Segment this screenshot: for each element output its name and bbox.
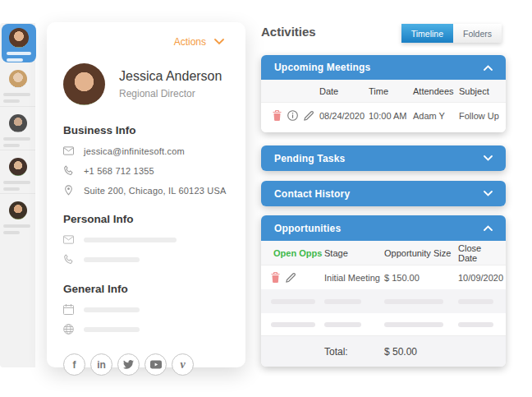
chevron-down-icon (484, 155, 493, 161)
globe-icon (63, 324, 74, 335)
activities-tabs: Timeline Folders (401, 24, 502, 43)
contact-history-label: Contact History (274, 188, 350, 200)
contact-list-item-selected[interactable] (2, 24, 36, 62)
activities-title: Activities (261, 25, 316, 39)
opportunities-total-row: Total: $ 50.00 (261, 335, 506, 367)
vimeo-icon[interactable]: v (172, 353, 194, 376)
total-label: Total: (324, 346, 384, 358)
opportunity-row-placeholder (261, 313, 506, 335)
twitter-bird (123, 360, 134, 369)
facebook-icon[interactable]: f (63, 353, 85, 376)
delete-icon[interactable] (271, 272, 280, 283)
email-icon (63, 145, 74, 156)
contact-profile-card: Actions Jessica Anderson Regional Direct… (47, 22, 245, 367)
contact-list-item[interactable] (0, 62, 35, 106)
actions-button[interactable]: Actions (174, 36, 224, 48)
location-pin-icon (63, 185, 74, 196)
col-open-opps: Open Opps (261, 248, 324, 258)
value-placeholder-bar (84, 238, 177, 242)
cell-stage: Initial Meeting (324, 273, 384, 283)
contact-list-item[interactable] (0, 106, 35, 150)
opportunities-header[interactable]: Opportunities (261, 215, 506, 241)
edit-pencil-icon[interactable] (304, 110, 314, 121)
value-placeholder-bar (84, 257, 140, 262)
edit-pencil-icon[interactable] (286, 272, 296, 283)
delete-icon[interactable] (273, 110, 282, 121)
name-placeholder-bar (3, 224, 30, 228)
name-placeholder-bar (3, 93, 30, 96)
phone-icon (63, 165, 74, 176)
contact-avatar (63, 63, 105, 105)
contact-list-item[interactable] (0, 193, 35, 237)
upcoming-meetings-panel: Upcoming Meetings Date Time Attendees Su… (261, 55, 506, 132)
avatar (9, 114, 27, 132)
name-placeholder-bar (7, 52, 31, 55)
contact-list-item[interactable] (0, 150, 35, 193)
placeholder-bar (384, 299, 443, 304)
contact-list-sidebar (0, 23, 35, 367)
contact-phone: +1 568 712 1355 (84, 166, 154, 176)
value-placeholder-bar (84, 327, 140, 332)
row-actions (261, 110, 319, 121)
chevron-up-icon (484, 225, 493, 231)
tab-folders[interactable]: Folders (453, 24, 502, 43)
avatar (9, 201, 27, 219)
calendar-icon (63, 304, 74, 315)
name-placeholder-bar (3, 137, 30, 141)
tab-timeline[interactable]: Timeline (401, 24, 453, 43)
opportunities-label: Opportunities (274, 223, 341, 234)
title-placeholder-bar (3, 187, 20, 191)
meeting-row: 08/24/2020 10:00 AM Adam Y Follow Up (261, 103, 506, 128)
phone-row: +1 568 712 1355 (63, 165, 229, 176)
avatar (9, 158, 27, 176)
total-value: $ 50.00 (384, 346, 458, 358)
meetings-table-header: Date Time Attendees Subject (261, 80, 506, 103)
col-time: Time (369, 86, 413, 96)
profile-identity: Jessica Anderson Regional Director (119, 69, 222, 99)
linkedin-icon[interactable]: in (90, 353, 112, 376)
address-row: Suite 200, Chicago, IL 60123 USA (63, 185, 229, 196)
placeholder-bar (458, 299, 493, 304)
general-info-heading: General Info (63, 283, 229, 295)
chevron-up-icon (484, 65, 493, 71)
chevron-down-icon (214, 39, 224, 45)
cell-size: $ 150.00 (384, 273, 458, 283)
social-links: f in v (63, 353, 229, 376)
actions-label: Actions (174, 36, 206, 48)
contact-address: Suite 200, Chicago, IL 60123 USA (84, 186, 227, 196)
personal-info-heading: Personal Info (63, 213, 229, 225)
cell-time: 10:00 AM (369, 111, 413, 121)
col-close-date: Close Date (458, 243, 506, 263)
avatar (9, 70, 27, 88)
title-placeholder-bar (3, 99, 20, 103)
twitter-icon[interactable] (117, 353, 140, 376)
youtube-icon[interactable] (144, 353, 167, 376)
contact-title: Regional Director (119, 88, 222, 99)
value-placeholder-bar (84, 307, 140, 312)
vimeo-glyph: v (180, 358, 185, 372)
cell-close-date: 10/09/2020 (458, 273, 506, 283)
upcoming-meetings-header[interactable]: Upcoming Meetings (261, 55, 506, 80)
info-icon[interactable] (287, 110, 298, 121)
placeholder-bar (384, 322, 443, 327)
tab-timeline-label: Timeline (411, 29, 443, 39)
col-opportunity-size: Opportunity Size (384, 248, 458, 258)
pending-tasks-header[interactable]: Pending Tasks (261, 145, 506, 171)
chevron-down-icon (484, 191, 493, 196)
col-attendees: Attendees (413, 86, 459, 96)
cell-subject: Follow Up (459, 111, 506, 121)
actions-row: Actions (63, 34, 229, 48)
opportunities-table-header: Open Opps Stage Opportunity Size Close D… (261, 241, 506, 265)
contact-history-header[interactable]: Contact History (261, 181, 506, 206)
cell-date: 08/24/2020 (319, 111, 369, 121)
activities-panel: Activities Timeline Folders Upcoming Mee… (261, 0, 506, 397)
crm-contact-page: Actions Jessica Anderson Regional Direct… (0, 0, 532, 397)
profile-header: Jessica Anderson Regional Director (63, 63, 229, 105)
personal-email-row (63, 234, 229, 245)
contact-email: jessica@infinitesoft.com (84, 146, 185, 156)
youtube-play (150, 360, 162, 369)
contact-name: Jessica Anderson (119, 69, 222, 84)
birthday-row (63, 304, 229, 315)
email-icon (63, 234, 74, 245)
title-placeholder-bar (7, 58, 23, 62)
